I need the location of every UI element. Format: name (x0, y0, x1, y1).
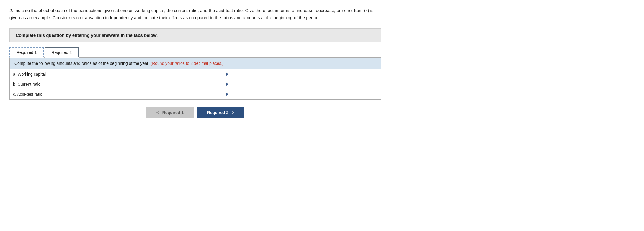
table-row: b. Current ratio (10, 79, 381, 89)
tabs-container: Required 1 Required 2 Compute the follow… (9, 47, 381, 100)
row-label-c: c. Acid-test ratio (10, 89, 225, 99)
triangle-marker-a (226, 72, 228, 76)
row-input-cell-a (225, 69, 381, 79)
triangle-marker-c (226, 93, 228, 96)
compute-header-text: Compute the following amounts and ratios… (14, 61, 150, 66)
input-b[interactable] (230, 79, 380, 89)
table-row: c. Acid-test ratio (10, 89, 381, 99)
compute-header: Compute the following amounts and ratios… (10, 58, 381, 69)
triangle-marker-b (226, 82, 228, 86)
input-wrapper-c (225, 89, 381, 99)
tab-required-1[interactable]: Required 1 (9, 47, 44, 58)
tab-required-2-label: Required 2 (52, 50, 72, 55)
nav-buttons: < Required 1 Required 2 > (9, 107, 381, 118)
prev-chevron: < (156, 110, 159, 115)
prev-label: Required 1 (162, 110, 184, 115)
tab-content: Compute the following amounts and ratios… (9, 58, 381, 100)
table-row: a. Working capital (10, 69, 381, 79)
next-chevron: > (232, 110, 234, 115)
row-label-a: a. Working capital (10, 69, 225, 79)
row-input-cell-c (225, 89, 381, 99)
question-text: 2. Indicate the effect of each of the tr… (9, 7, 381, 21)
next-button[interactable]: Required 2 > (197, 107, 244, 118)
compute-header-red: (Round your ratios to 2 decimal places.) (151, 61, 224, 66)
instruction-label: Complete this question by entering your … (16, 33, 158, 38)
row-label-b: b. Current ratio (10, 79, 225, 89)
prev-button[interactable]: < Required 1 (146, 107, 194, 118)
input-wrapper-a (225, 69, 381, 79)
input-a[interactable] (230, 69, 380, 79)
input-wrapper-b (225, 79, 381, 89)
input-c[interactable] (230, 89, 380, 99)
tabs-row: Required 1 Required 2 (9, 47, 381, 58)
next-label: Required 2 (207, 110, 228, 115)
instruction-box: Complete this question by entering your … (9, 28, 381, 42)
row-input-cell-b (225, 79, 381, 89)
tab-required-2[interactable]: Required 2 (45, 47, 79, 58)
tab-required-1-label: Required 1 (17, 50, 37, 55)
data-table: a. Working capital b. Current ratio (10, 69, 381, 99)
